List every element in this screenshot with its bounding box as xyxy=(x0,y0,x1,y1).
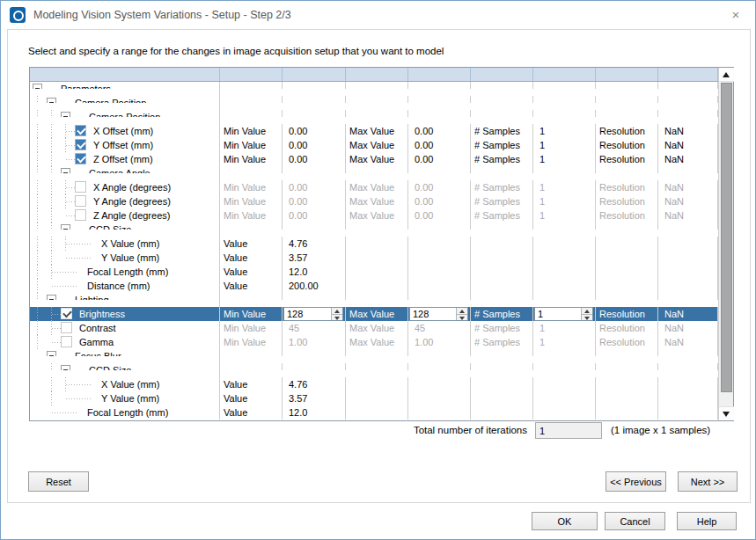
table-row[interactable]: Y Angle (degrees)Min Value0.00Max Value0… xyxy=(30,194,718,208)
spin-down-button[interactable] xyxy=(582,315,592,321)
table-row[interactable]: Z Offset (mm)Min Value0.00Max Value0.00#… xyxy=(30,152,718,166)
vertical-scrollbar[interactable] xyxy=(718,68,733,420)
table-row[interactable]: X Angle (degrees)Min Value0.00Max Value0… xyxy=(30,180,718,194)
tree-cell: Camera Angle xyxy=(30,166,220,173)
value-name-cell: Value xyxy=(220,405,283,420)
table-row[interactable]: BrightnessMin Value128Max Value128# Samp… xyxy=(30,307,718,321)
value-cell xyxy=(658,349,718,356)
value-cell: 4.76 xyxy=(283,377,346,391)
window-title: Modeling Vision System Variations - Setu… xyxy=(33,1,291,29)
parameter-label: X Angle (degrees) xyxy=(93,180,171,194)
table-row[interactable]: Parameters xyxy=(30,82,718,96)
tree-cell: Contrast xyxy=(30,321,220,335)
checkbox-checked-icon[interactable] xyxy=(75,153,86,164)
cancel-button[interactable]: Cancel xyxy=(605,512,665,530)
spin-down-button[interactable] xyxy=(332,315,342,321)
parameter-label: X Value (mm) xyxy=(101,237,159,251)
checkbox-checked-icon[interactable] xyxy=(75,125,86,136)
value-name-cell xyxy=(346,110,408,117)
value-cell xyxy=(408,96,471,103)
checkbox-checked-icon[interactable] xyxy=(75,139,86,150)
checkbox-unchecked-icon[interactable] xyxy=(61,336,72,347)
table-row[interactable]: Y Value (mm)Value3.57 xyxy=(30,391,718,405)
table-row[interactable]: GammaMin Value1.00Max Value1.00# Samples… xyxy=(30,335,718,349)
value-cell: NaN xyxy=(658,321,718,335)
tree-cell: Focal Length (mm) xyxy=(30,405,220,420)
value-cell xyxy=(408,377,471,391)
table-row[interactable]: ContrastMin Value45Max Value45# Samples1… xyxy=(30,321,718,335)
filler-cell xyxy=(30,89,220,96)
parameter-label: Brightness xyxy=(79,307,125,321)
total-iterations-input[interactable] xyxy=(535,422,602,439)
spinbox-input[interactable]: 128 xyxy=(409,307,468,321)
value-name-cell: Min Value xyxy=(220,138,283,152)
ok-button[interactable]: OK xyxy=(532,512,598,530)
table-row[interactable]: X Value (mm)Value4.76 xyxy=(30,377,718,391)
value-name-cell xyxy=(346,377,408,391)
value-name-cell xyxy=(596,251,658,265)
value-cell xyxy=(283,96,346,103)
parameter-label: Lighting xyxy=(75,293,109,300)
table-row[interactable]: Focal Length (mm)Value12.0 xyxy=(30,405,718,420)
value-name-cell xyxy=(596,293,658,300)
tree-cell: Y Value (mm) xyxy=(30,391,220,405)
close-icon[interactable]: × xyxy=(726,5,745,25)
spin-up-icon xyxy=(459,310,465,313)
tree-branch-line xyxy=(66,159,75,160)
value-name-cell: Resolution xyxy=(596,180,658,194)
value-cell: 0.00 xyxy=(283,152,346,166)
value-cell xyxy=(283,166,346,173)
scroll-down-button[interactable] xyxy=(719,406,734,420)
table-row[interactable]: CCD Size xyxy=(30,223,718,237)
table-row[interactable]: Camera Position xyxy=(30,96,718,110)
spinbox-input[interactable]: 128 xyxy=(283,307,343,321)
value-name-cell xyxy=(471,405,533,420)
value-cell: NaN xyxy=(658,180,718,194)
spinbox-input[interactable]: 1 xyxy=(534,307,593,321)
tree-cell: Parameters xyxy=(30,82,220,89)
table-row[interactable]: Camera Angle xyxy=(30,166,718,180)
value-cell xyxy=(408,349,471,356)
checkbox-unchecked-icon[interactable] xyxy=(75,181,86,193)
value-cell xyxy=(658,82,718,89)
tree-guide-line xyxy=(37,293,38,300)
table-row[interactable]: X Offset (mm)Min Value0.00Max Value0.00#… xyxy=(30,124,718,138)
value-name-cell xyxy=(346,96,408,103)
spin-down-button[interactable] xyxy=(457,315,467,321)
tree-guide-line xyxy=(51,251,52,265)
next-button[interactable]: Next >> xyxy=(678,471,738,492)
table-row[interactable]: Z Angle (degrees)Min Value0.00Max Value0… xyxy=(30,208,718,223)
table-row[interactable]: Camera Position xyxy=(30,110,718,124)
value-cell: 128 xyxy=(408,307,471,321)
tree-guide-line xyxy=(37,138,38,152)
table-row[interactable]: CCD Size xyxy=(30,363,718,377)
value-name-cell xyxy=(596,349,658,356)
checkbox-unchecked-icon[interactable] xyxy=(61,322,72,333)
scroll-up-button[interactable] xyxy=(719,68,734,82)
value-cell xyxy=(408,293,471,300)
reset-button[interactable]: Reset xyxy=(28,471,89,492)
table-row[interactable]: Focus Blur xyxy=(30,349,718,363)
value-name-cell xyxy=(346,391,408,405)
spin-up-button[interactable] xyxy=(457,308,467,315)
table-row[interactable]: Lighting xyxy=(30,293,718,307)
table-row[interactable]: Y Value (mm)Value3.57 xyxy=(30,251,718,265)
previous-button[interactable]: << Previous xyxy=(606,471,666,492)
tree-branch-line xyxy=(52,314,61,315)
value-name-cell xyxy=(596,110,658,117)
checkbox-unchecked-icon[interactable] xyxy=(75,209,86,221)
checkbox-unchecked-icon[interactable] xyxy=(75,195,86,207)
spin-up-button[interactable] xyxy=(332,308,342,315)
table-row[interactable]: Y Offset (mm)Min Value0.00Max Value0.00#… xyxy=(30,138,718,152)
value-name-cell: Value xyxy=(220,377,283,391)
spin-up-button[interactable] xyxy=(582,308,592,315)
checkbox-checked-icon[interactable] xyxy=(61,308,72,319)
table-row[interactable]: Distance (mm)Value200.00 xyxy=(30,279,718,293)
parameter-label: Z Offset (mm) xyxy=(93,152,153,166)
table-row[interactable]: Focal Length (mm)Value12.0 xyxy=(30,265,718,279)
tree-guide-line xyxy=(51,110,52,117)
parameter-label: X Value (mm) xyxy=(101,377,159,391)
table-row[interactable]: X Value (mm)Value4.76 xyxy=(30,237,718,251)
scrollbar-thumb[interactable] xyxy=(721,83,732,392)
help-button[interactable]: Help xyxy=(677,512,737,530)
